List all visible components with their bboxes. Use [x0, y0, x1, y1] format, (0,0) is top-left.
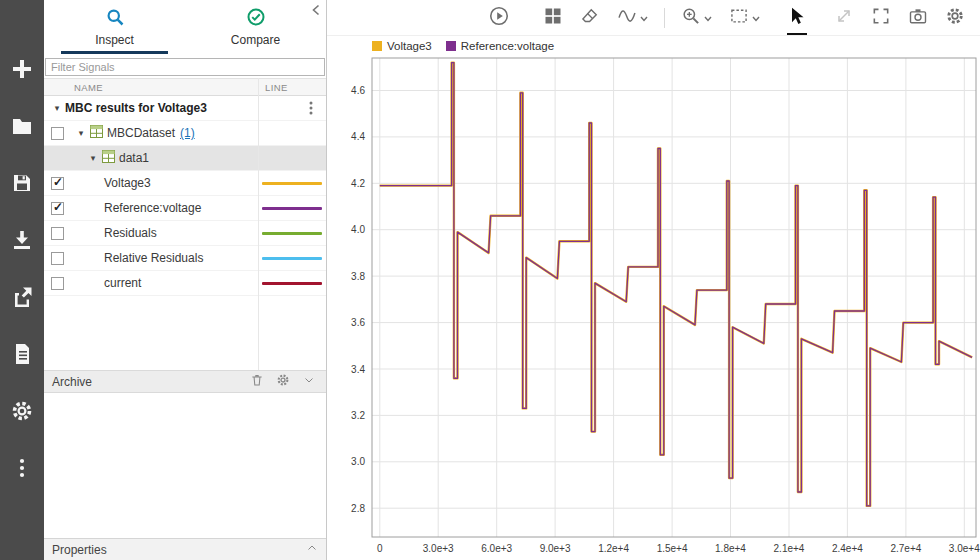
signal-style-button[interactable] [616, 5, 649, 31]
tab-inspect[interactable]: Inspect [44, 0, 185, 54]
tree-run-row[interactable]: ▾ data1 [44, 146, 326, 171]
archive-section-header[interactable]: Archive [44, 370, 326, 393]
pan-resize-button[interactable] [833, 5, 855, 31]
cursor-tool-button[interactable] [786, 5, 808, 31]
export-button[interactable] [9, 284, 35, 310]
signal-name: Reference:voltage [104, 201, 201, 215]
filter-signals-input[interactable] [45, 58, 325, 76]
chart-plot[interactable]: 03.0e+36.0e+39.0e+31.2e+41.5e+41.8e+42.1… [327, 36, 980, 560]
trash-icon [250, 373, 264, 390]
properties-label: Properties [52, 543, 306, 557]
search-icon [105, 7, 125, 30]
svg-text:9.0e+3: 9.0e+3 [540, 543, 571, 554]
chevron-down-icon [303, 374, 315, 389]
signal-checkbox[interactable] [51, 177, 64, 190]
svg-text:2.4e+4: 2.4e+4 [832, 543, 863, 554]
column-line-header: LINE [265, 82, 288, 93]
signal-checkbox[interactable] [51, 277, 64, 290]
playback-button[interactable] [487, 5, 511, 31]
svg-text:3.0e+3: 3.0e+3 [423, 543, 454, 554]
signal-name: Relative Residuals [104, 251, 203, 265]
column-name-header: NAME [74, 82, 103, 93]
folder-icon [10, 114, 34, 138]
fit-view-icon [729, 6, 749, 29]
delete-archive-button[interactable] [248, 373, 266, 391]
signal-name: Residuals [104, 226, 157, 240]
clear-plots-button[interactable] [579, 5, 601, 31]
svg-text:3.0e+4: 3.0e+4 [949, 543, 980, 554]
svg-text:4.4: 4.4 [351, 131, 365, 142]
run-table-icon [102, 150, 115, 166]
caret-down-icon [640, 10, 648, 25]
toolbar-divider [664, 8, 665, 28]
fit-to-view-button[interactable] [728, 5, 761, 31]
properties-section-header[interactable]: Properties [44, 538, 326, 560]
row-menu-button[interactable] [304, 100, 318, 116]
plot-toolbar [327, 0, 980, 36]
plot-settings-button[interactable] [944, 5, 966, 31]
signal-row[interactable]: Residuals [44, 221, 326, 246]
layout-grid-icon [543, 6, 563, 29]
signal-checkbox[interactable] [51, 252, 64, 265]
chevron-up-icon [306, 542, 318, 557]
signal-line-swatch [262, 282, 322, 285]
tab-compare[interactable]: Compare [185, 0, 326, 54]
archive-label: Archive [52, 375, 240, 389]
svg-text:3.0: 3.0 [351, 456, 365, 467]
tab-compare-label: Compare [231, 33, 280, 47]
tab-inspect-label: Inspect [95, 33, 134, 47]
import-button[interactable] [9, 227, 35, 253]
collapse-panel-button[interactable] [308, 2, 324, 20]
signal-row[interactable]: Reference:voltage [44, 196, 326, 221]
group-label: MBC results for Voltage3 [65, 101, 207, 115]
archive-settings-button[interactable] [274, 373, 292, 391]
left-toolbar [0, 0, 44, 560]
signal-row[interactable]: Voltage3 [44, 171, 326, 196]
snapshot-button[interactable] [907, 5, 929, 31]
signal-row[interactable]: Relative Residuals [44, 246, 326, 271]
signal-checkbox[interactable] [51, 202, 64, 215]
svg-text:1.8e+4: 1.8e+4 [715, 543, 746, 554]
svg-text:6.0e+3: 6.0e+3 [481, 543, 512, 554]
archive-collapse-button[interactable] [300, 373, 318, 391]
new-button[interactable] [9, 56, 35, 82]
dataset-checkbox[interactable] [51, 127, 64, 140]
layout-button[interactable] [542, 5, 564, 31]
signal-name: Voltage3 [104, 176, 151, 190]
svg-text:2.8: 2.8 [351, 503, 365, 514]
dataset-label: MBCDataset [107, 126, 175, 140]
tree-group-row[interactable]: ▾ MBC results for Voltage3 [44, 96, 326, 121]
plot-area: Voltage3 Reference:voltage 03.0e+36.0e+3… [327, 0, 980, 560]
gear-icon [945, 6, 965, 29]
caret-down-icon [704, 10, 712, 25]
dataset-count-link[interactable]: (1) [180, 126, 195, 140]
fullscreen-button[interactable] [870, 5, 892, 31]
collapse-arrow-icon[interactable]: ▾ [52, 103, 62, 113]
collapse-arrow-icon[interactable]: ▾ [76, 128, 86, 138]
tree-dataset-row[interactable]: ▾ MBCDataset (1) [44, 121, 326, 146]
signal-checkbox[interactable] [51, 227, 64, 240]
save-button[interactable] [9, 170, 35, 196]
collapse-arrow-icon[interactable]: ▾ [88, 153, 98, 163]
create-report-button[interactable] [9, 341, 35, 367]
dataset-table-icon [90, 125, 103, 141]
check-circle-icon [246, 7, 266, 30]
signal-name: current [104, 276, 141, 290]
zoom-button[interactable] [680, 5, 713, 31]
run-label: data1 [119, 151, 149, 165]
diagonal-expand-icon [834, 6, 854, 29]
panel-tabbar: Inspect Compare [44, 0, 326, 54]
svg-text:4.0: 4.0 [351, 224, 365, 235]
chevron-left-icon [310, 5, 322, 20]
preferences-button[interactable] [9, 398, 35, 424]
open-button[interactable] [9, 113, 35, 139]
plus-icon [10, 57, 34, 81]
svg-text:4.6: 4.6 [351, 85, 365, 96]
signal-table-header: NAME LINE [44, 78, 326, 96]
zoom-in-icon [681, 6, 701, 29]
signal-line-swatch [262, 232, 322, 235]
more-options-button[interactable] [9, 455, 35, 481]
svg-text:1.2e+4: 1.2e+4 [598, 543, 629, 554]
svg-text:3.6: 3.6 [351, 317, 365, 328]
signal-row[interactable]: current [44, 271, 326, 296]
